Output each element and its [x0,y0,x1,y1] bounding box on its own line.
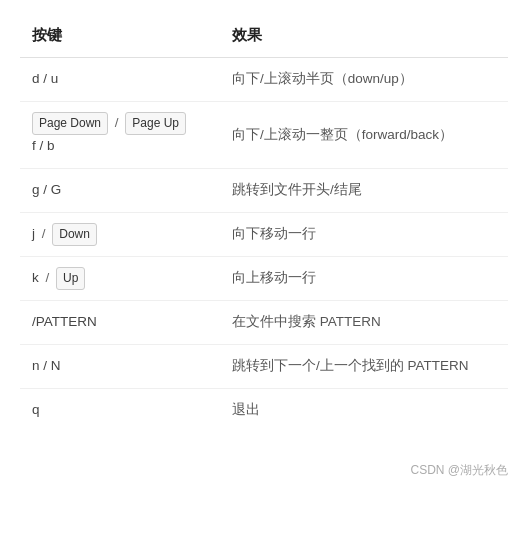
effect-cell: 向下/上滚动半页（down/up） [220,58,508,102]
table-row: k / Up 向上移动一行 [20,257,508,301]
effect-text: 在文件中搜索 PATTERN [232,314,381,329]
key-cell: d / u [20,58,220,102]
effect-cell: 跳转到文件开头/结尾 [220,169,508,213]
separator: / [42,226,50,241]
key-pageup: Page Up [125,112,186,135]
key-down: Down [52,223,97,246]
key-cell: n / N [20,345,220,389]
col-header-key: 按键 [20,16,220,58]
key-text: g / G [32,182,61,197]
table-row: n / N 跳转到下一个/上一个找到的 PATTERN [20,345,508,389]
effect-cell: 向下移动一行 [220,213,508,257]
key-k: k [32,270,39,285]
table-row: j / Down 向下移动一行 [20,213,508,257]
table-row: q 退出 [20,389,508,432]
effect-text: 跳转到文件开头/结尾 [232,182,362,197]
table-row: d / u 向下/上滚动半页（down/up） [20,58,508,102]
key-text-fb: f / b [32,138,55,153]
key-cell: j / Down [20,213,220,257]
effect-cell: 在文件中搜索 PATTERN [220,301,508,345]
separator: / [115,115,119,130]
key-j: j [32,226,35,241]
key-cell: g / G [20,169,220,213]
table-row: /PATTERN 在文件中搜索 PATTERN [20,301,508,345]
col-header-effect: 效果 [220,16,508,58]
effect-text: 跳转到下一个/上一个找到的 PATTERN [232,358,469,373]
effect-cell: 向下/上滚动一整页（forward/back） [220,101,508,168]
footer: CSDN @湖光秋色 [0,462,528,487]
effect-text: 退出 [232,402,260,417]
table-row: g / G 跳转到文件开头/结尾 [20,169,508,213]
footer-text: CSDN @湖光秋色 [410,463,508,477]
key-cell: Page Down / Page Up f / b [20,101,220,168]
key-text: q [32,402,40,417]
separator: / [46,270,54,285]
effect-cell: 向上移动一行 [220,257,508,301]
key-text: d / u [32,71,58,86]
shortcut-table: 按键 效果 d / u 向下/上滚动半页（down/up） Page Down … [20,16,508,432]
key-pagedown: Page Down [32,112,108,135]
key-text: n / N [32,358,61,373]
key-text: /PATTERN [32,314,97,329]
key-cell: /PATTERN [20,301,220,345]
effect-cell: 跳转到下一个/上一个找到的 PATTERN [220,345,508,389]
key-up: Up [56,267,85,290]
effect-text: 向下移动一行 [232,226,316,241]
effect-text: 向上移动一行 [232,270,316,285]
key-cell: k / Up [20,257,220,301]
table-row: Page Down / Page Up f / b 向下/上滚动一整页（forw… [20,101,508,168]
effect-text: 向下/上滚动半页（down/up） [232,71,413,86]
key-cell: q [20,389,220,432]
effect-cell: 退出 [220,389,508,432]
effect-text: 向下/上滚动一整页（forward/back） [232,127,453,142]
main-container: 按键 效果 d / u 向下/上滚动半页（down/up） Page Down … [0,0,528,462]
